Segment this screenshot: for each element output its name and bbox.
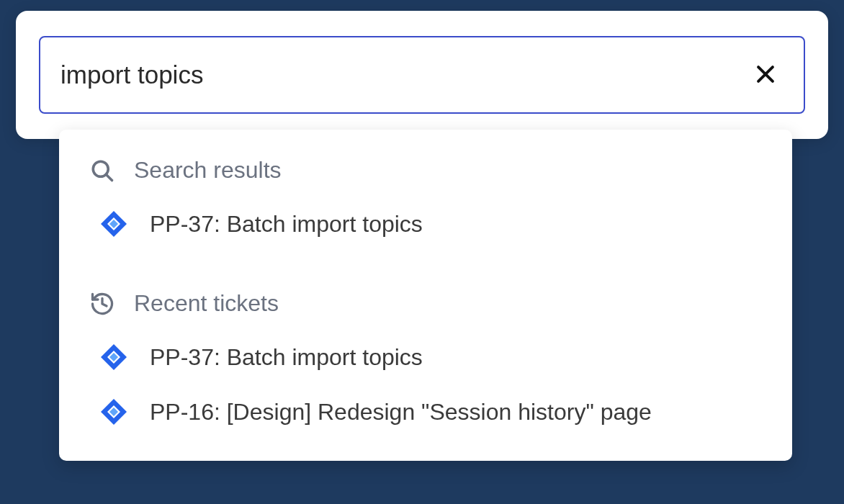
section-header-label: Search results	[134, 157, 282, 184]
section-header-recent-tickets: Recent tickets	[59, 277, 792, 330]
search-icon	[89, 158, 115, 184]
history-icon	[89, 291, 115, 317]
result-item-label: PP-37: Batch import topics	[150, 211, 423, 238]
search-input-wrapper	[39, 36, 805, 114]
section-spacer	[59, 251, 792, 277]
jira-ticket-icon	[99, 210, 128, 238]
search-card: Search results PP-37: Batch import topic…	[16, 11, 828, 139]
clear-button[interactable]	[748, 56, 784, 94]
recent-ticket-item[interactable]: PP-16: [Design] Redesign "Session histor…	[59, 384, 792, 439]
search-result-item[interactable]: PP-37: Batch import topics	[59, 197, 792, 251]
jira-ticket-icon	[99, 343, 128, 372]
search-input[interactable]	[60, 60, 748, 89]
close-icon	[753, 62, 778, 89]
result-item-label: PP-16: [Design] Redesign "Session histor…	[150, 399, 652, 426]
search-dropdown: Search results PP-37: Batch import topic…	[59, 130, 792, 461]
svg-line-3	[106, 174, 112, 180]
section-header-search-results: Search results	[59, 144, 792, 197]
jira-ticket-icon	[99, 397, 128, 426]
result-item-label: PP-37: Batch import topics	[150, 344, 423, 371]
section-header-label: Recent tickets	[134, 290, 279, 317]
recent-ticket-item[interactable]: PP-37: Batch import topics	[59, 330, 792, 384]
